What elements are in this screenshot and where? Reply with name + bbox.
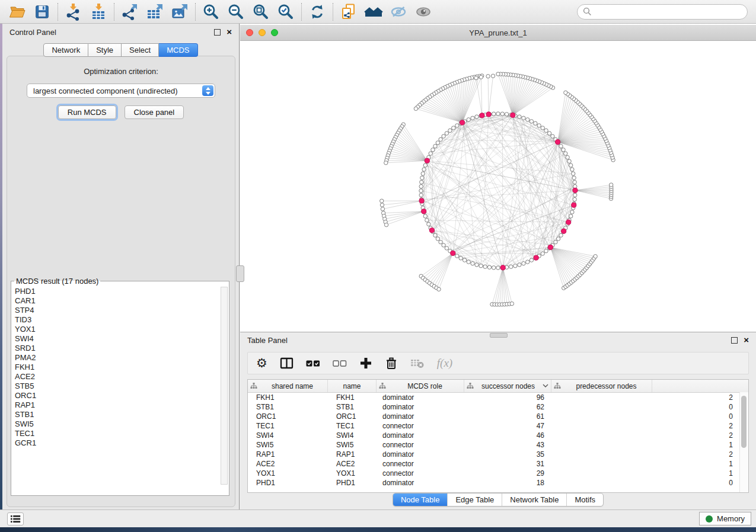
memory-button[interactable]: Memory — [699, 512, 751, 525]
homes-button[interactable] — [361, 2, 386, 22]
mcds-result-item[interactable]: FKH1 — [11, 363, 229, 372]
zoom-in-button[interactable] — [199, 2, 224, 22]
table-row[interactable]: TEC1TEC1connector472 — [248, 421, 748, 431]
tab-network-table[interactable]: Network Table — [502, 493, 566, 506]
delete-table-icon — [410, 357, 425, 369]
network-window: YPA_prune.txt_1 — [240, 25, 756, 332]
import-table-button[interactable] — [86, 2, 111, 22]
column-header-successor-nodes[interactable]: successor nodes — [464, 380, 551, 392]
network-file-button[interactable] — [336, 2, 361, 22]
table-cell: 46 — [464, 431, 551, 440]
show-columns-button[interactable] — [280, 354, 294, 372]
mcds-result-item[interactable]: ORC1 — [11, 391, 229, 400]
float-window-icon[interactable] — [214, 29, 221, 36]
panel-splitter-handle[interactable] — [236, 265, 244, 282]
mcds-result-item[interactable]: YOX1 — [11, 325, 229, 334]
show-log-button[interactable] — [7, 512, 24, 525]
mcds-result-item[interactable]: STB1 — [11, 410, 229, 419]
export-table-button[interactable] — [142, 2, 167, 22]
mcds-result-item[interactable]: RAP1 — [11, 400, 229, 410]
close-panel-icon[interactable]: × — [227, 29, 232, 35]
search-input[interactable] — [595, 7, 742, 17]
mcds-result-item[interactable]: CAR1 — [11, 296, 229, 306]
tab-motifs[interactable]: Motifs — [566, 493, 603, 506]
mcds-result-item[interactable]: TID3 — [11, 315, 229, 325]
list-scrollbar[interactable] — [221, 287, 228, 485]
float-window-icon[interactable] — [731, 337, 738, 344]
table-row[interactable]: FKH1FKH1dominator962 — [248, 393, 748, 402]
import-network-button[interactable] — [61, 2, 86, 22]
tab-edge-table[interactable]: Edge Table — [447, 493, 502, 506]
table-row[interactable]: SWI5SWI5connector431 — [248, 440, 748, 450]
run-mcds-button[interactable]: Run MCDS — [58, 105, 116, 119]
tab-select[interactable]: Select — [122, 43, 159, 57]
table-cell: 1 — [551, 441, 748, 449]
mcds-result-item[interactable]: GCR1 — [11, 438, 229, 448]
attribute-tree-icon — [554, 383, 561, 389]
table-cell: 2 — [551, 450, 748, 459]
maximize-window-icon[interactable] — [271, 29, 278, 36]
select-all-button[interactable] — [306, 354, 320, 372]
minimize-window-icon[interactable] — [259, 29, 266, 36]
export-image-button[interactable] — [167, 2, 192, 22]
workspace-area: YPA_prune.txt_1 Table Panel × ⚙ — [240, 24, 756, 509]
zoom-out-button[interactable] — [224, 2, 248, 22]
tab-mcds[interactable]: MCDS — [159, 43, 197, 57]
table-cell: 0 — [551, 479, 748, 487]
scrollbar-thumb[interactable] — [741, 396, 747, 448]
table-cell: 35 — [464, 450, 551, 459]
table-row[interactable]: ACE2ACE2connector311 — [248, 459, 748, 469]
close-panel-icon[interactable]: × — [744, 337, 749, 343]
delete-column-button[interactable] — [385, 354, 398, 372]
save-session-button[interactable] — [30, 2, 55, 22]
zoom-selected-button[interactable] — [273, 2, 298, 22]
table-scrollbar[interactable] — [739, 392, 748, 492]
refresh-button[interactable] — [305, 2, 330, 22]
tab-style[interactable]: Style — [88, 43, 122, 57]
table-row[interactable]: STB1STB1dominator620 — [248, 402, 748, 412]
table-cell: 31 — [464, 460, 551, 468]
add-column-button[interactable] — [359, 354, 372, 372]
tab-network[interactable]: Network — [43, 43, 88, 57]
table-row[interactable]: SWI4SWI4dominator462 — [248, 431, 748, 440]
table-panel-splitter-handle[interactable] — [490, 333, 508, 338]
column-header-name[interactable]: name — [328, 380, 377, 392]
open-file-button[interactable] — [5, 2, 30, 22]
mcds-result-item[interactable]: STP4 — [11, 306, 229, 315]
table-settings-button[interactable]: ⚙ — [256, 354, 267, 372]
network-canvas[interactable] — [240, 41, 756, 332]
table-cell: SWI4 — [248, 431, 328, 440]
table-toolbar: ⚙ — [247, 352, 749, 374]
column-header-shared-name[interactable]: shared name — [248, 380, 328, 392]
mcds-result-item[interactable]: PHD1 — [11, 287, 229, 296]
hide-eye-button[interactable] — [386, 2, 411, 22]
table-row[interactable]: ORC1ORC1dominator610 — [248, 412, 748, 421]
show-eye-button[interactable] — [411, 2, 436, 22]
mcds-result-list: PHD1CAR1STP4TID3YOX1SWI4SRD1PMA2FKH1ACE2… — [11, 287, 229, 486]
mcds-result-item[interactable]: PMA2 — [11, 353, 229, 363]
table-row[interactable]: RAP1RAP1dominator352 — [248, 450, 748, 459]
tab-node-table[interactable]: Node Table — [393, 493, 448, 506]
search-icon — [583, 7, 592, 16]
close-panel-button[interactable]: Close panel — [125, 105, 184, 119]
destroy-table-button-disabled — [410, 354, 425, 372]
search-box[interactable] — [577, 4, 748, 20]
zoom-fit-button[interactable] — [248, 2, 273, 22]
mcds-result-item[interactable]: SWI4 — [11, 334, 229, 344]
mcds-result-item[interactable]: STB5 — [11, 382, 229, 391]
deselect-all-button[interactable] — [333, 354, 347, 372]
table-row[interactable]: PHD1PHD1dominator180 — [248, 478, 748, 488]
criterion-dropdown[interactable]: largest connected component (undirected) — [27, 84, 215, 98]
mcds-result-item[interactable]: SWI5 — [11, 419, 229, 429]
toolbar-separator — [301, 3, 302, 21]
columns-icon — [280, 357, 294, 370]
mcds-result-item[interactable]: ACE2 — [11, 372, 229, 382]
column-header-predecessor-nodes[interactable]: predecessor nodes — [551, 380, 652, 392]
mcds-result-item[interactable]: TEC1 — [11, 429, 229, 438]
export-network-button[interactable] — [117, 2, 142, 22]
close-window-icon[interactable] — [246, 29, 253, 36]
column-header-mcds-role[interactable]: MCDS role — [377, 380, 464, 392]
network-window-titlebar[interactable]: YPA_prune.txt_1 — [240, 25, 756, 41]
mcds-result-item[interactable]: SRD1 — [11, 344, 229, 353]
table-row[interactable]: YOX1YOX1connector291 — [248, 469, 748, 478]
